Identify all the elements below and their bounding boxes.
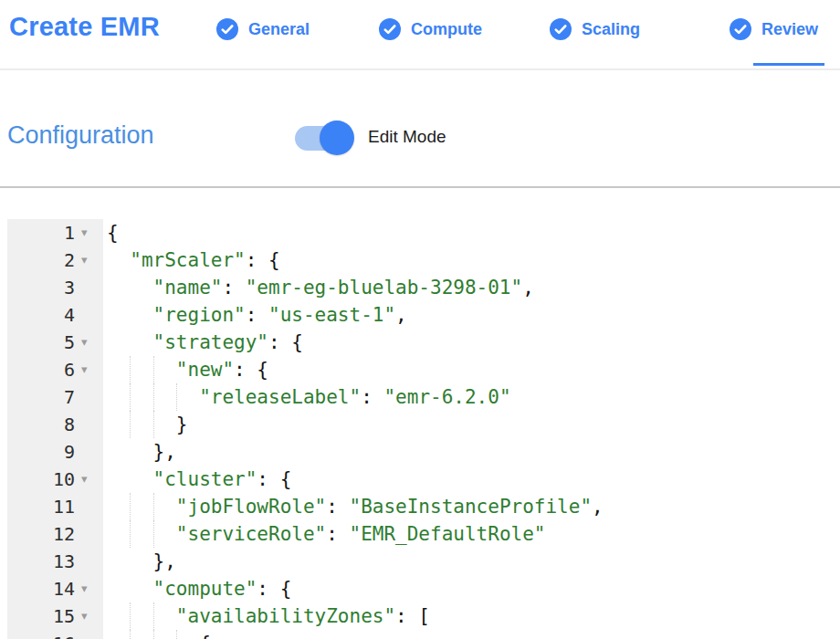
indent-guide [153, 630, 154, 639]
indent-guide [130, 383, 131, 411]
code-editor-row[interactable]: 14▾"compute": { [7, 575, 840, 602]
step-tab-review[interactable]: Review [730, 17, 818, 41]
step-label-review: Review [761, 20, 818, 39]
step-label-general: General [248, 20, 310, 39]
indent-guide [153, 356, 154, 383]
gutter-cell: 14▾ [7, 575, 103, 602]
step-label-compute: Compute [411, 20, 482, 39]
fold-arrow-icon[interactable]: ▾ [79, 602, 103, 630]
check-circle-icon [550, 18, 572, 40]
gutter-cell: 8 [7, 411, 103, 438]
indent-guide [153, 411, 154, 438]
code-string-token: "emr-6.2.0" [383, 386, 510, 408]
line-number: 15 [7, 605, 79, 627]
gutter-cell: 6▾ [7, 356, 103, 383]
code-editor-row[interactable]: 5▾"strategy": { [7, 329, 840, 356]
code-punct-token: : { [257, 468, 291, 490]
code-line[interactable]: } [103, 411, 188, 438]
gutter-cell: 12 [7, 520, 103, 548]
line-number: 14 [7, 578, 79, 600]
gutter-cell: 9 [7, 438, 103, 466]
fold-arrow-icon[interactable]: ▾ [79, 356, 103, 383]
step-tab-compute[interactable]: Compute [379, 17, 482, 41]
code-punct-token: , [592, 496, 604, 518]
code-punct-token: : [222, 277, 245, 299]
edit-mode-toggle[interactable] [295, 120, 355, 155]
code-line[interactable]: "strategy": { [103, 329, 303, 356]
code-editor-row[interactable]: 4"region": "us-east-1", [7, 301, 840, 329]
page-title: Create EMR [9, 12, 160, 42]
code-editor-row[interactable]: 6▾"new": { [7, 356, 840, 383]
code-editor-row[interactable]: 3"name": "emr-eg-bluelab-3298-01", [7, 274, 840, 301]
code-line[interactable]: "serviceRole": "EMR_DefaultRole" [103, 520, 545, 548]
code-editor-row[interactable]: 2▾"mrScaler": { [7, 246, 840, 274]
code-line[interactable]: "compute": { [103, 575, 291, 602]
code-line[interactable]: }, [103, 548, 176, 575]
code-editor-row[interactable]: 15▾"availabilityZones": [ [7, 602, 840, 630]
line-number: 6 [7, 359, 79, 381]
step-tab-general[interactable]: General [216, 17, 310, 41]
fold-arrow-icon[interactable]: ▾ [79, 219, 103, 246]
code-punct-token: : [326, 496, 349, 518]
fold-arrow-icon[interactable]: ▾ [79, 630, 103, 639]
active-step-underline [753, 63, 824, 66]
code-editor-row[interactable]: 8} [7, 411, 840, 438]
toggle-knob[interactable] [320, 120, 354, 155]
gutter-cell: 11 [7, 493, 103, 520]
fold-arrow-icon[interactable]: ▾ [79, 329, 103, 356]
fold-arrow-icon[interactable]: ▾ [79, 246, 103, 274]
indent-guide [153, 520, 154, 548]
line-number: 3 [7, 277, 79, 299]
code-punct-token: } [176, 414, 188, 435]
code-line[interactable]: "new": { [103, 356, 268, 383]
line-number: 1 [7, 222, 79, 244]
code-punct-token: : { [246, 249, 280, 271]
code-string-token: "new" [176, 359, 234, 381]
line-number: 11 [7, 496, 79, 518]
step-tab-scaling[interactable]: Scaling [550, 17, 640, 41]
code-punct-token: , [395, 304, 407, 326]
line-number: 12 [7, 523, 79, 545]
code-line[interactable]: "availabilityZones": [ [103, 602, 430, 630]
code-editor-row[interactable]: 1▾{ [7, 219, 840, 246]
code-string-token: "EMR_DefaultRole" [350, 523, 546, 545]
code-punct-token: }, [153, 441, 176, 463]
step-label-scaling: Scaling [582, 20, 640, 39]
code-punct-token: : [246, 304, 268, 326]
fold-arrow-icon[interactable]: ▾ [79, 466, 103, 493]
code-punct-token: , [522, 277, 534, 299]
code-string-token: "jobFlowRole" [176, 496, 326, 518]
create-emr-page: { "header": { "title": "Create EMR", "st… [0, 0, 840, 639]
indent-guide [176, 630, 177, 639]
code-editor-row[interactable]: 7"releaseLabel": "emr-6.2.0" [7, 383, 840, 411]
code-editor-row[interactable]: 13}, [7, 548, 840, 575]
code-string-token: "region" [153, 304, 246, 326]
code-editor-row[interactable]: 11"jobFlowRole": "BaseInstanceProfile", [7, 493, 840, 520]
line-number: 4 [7, 304, 79, 326]
code-line[interactable]: "region": "us-east-1", [103, 301, 407, 329]
wizard-header: Create EMR General Compute Scaling Revie… [0, 0, 840, 70]
code-line[interactable]: "name": "emr-eg-bluelab-3298-01", [103, 274, 534, 301]
code-string-token: "availabilityZones" [176, 605, 395, 627]
code-editor[interactable]: 1▾{2▾"mrScaler": {3"name": "emr-eg-bluel… [7, 219, 840, 639]
fold-arrow-icon[interactable]: ▾ [79, 575, 103, 602]
code-punct-token: : { [234, 359, 268, 381]
code-editor-row[interactable]: 9}, [7, 438, 840, 466]
code-editor-row[interactable]: 16▾{ [7, 630, 840, 639]
code-line[interactable]: { [103, 219, 119, 246]
code-editor-row[interactable]: 12"serviceRole": "EMR_DefaultRole" [7, 520, 840, 548]
code-line[interactable]: "mrScaler": { [103, 246, 280, 274]
code-line[interactable]: { [103, 630, 211, 639]
code-editor-row[interactable]: 10▾"cluster": { [7, 466, 840, 493]
code-line[interactable]: "jobFlowRole": "BaseInstanceProfile", [103, 493, 604, 520]
code-punct-token: { [107, 222, 119, 244]
code-line[interactable]: }, [103, 438, 176, 466]
indent-guide [153, 383, 154, 411]
code-string-token: "mrScaler" [130, 249, 245, 271]
code-line[interactable]: "cluster": { [103, 466, 291, 493]
code-string-token: "serviceRole" [176, 523, 326, 545]
code-punct-token: : { [257, 578, 291, 600]
indent-guide [130, 520, 131, 548]
code-line[interactable]: "releaseLabel": "emr-6.2.0" [103, 383, 511, 411]
code-string-token: "releaseLabel" [199, 386, 361, 408]
